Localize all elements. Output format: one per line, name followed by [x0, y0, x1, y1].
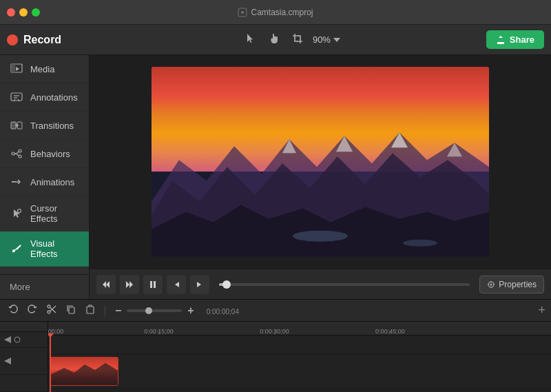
- timeline-track-area: [48, 336, 551, 392]
- timeline-main: 0:00:00;00 0:00:15;00 0:00:30;00 0:00:45…: [48, 322, 551, 392]
- sidebar-item-cursor-effects[interactable]: Cursor Effects: [0, 196, 89, 231]
- main-toolbar: Record 90%: [0, 25, 551, 55]
- cursor-effects-label: Cursor Effects: [30, 203, 79, 224]
- svg-point-34: [490, 283, 492, 285]
- fast-forward-button[interactable]: [120, 275, 139, 294]
- video-clip[interactable]: [50, 357, 118, 386]
- timeline-toolbar: − + 0:00:00;04 +: [0, 300, 551, 322]
- annotations-icon: [10, 90, 23, 104]
- video-background: [152, 67, 489, 257]
- svg-rect-44: [87, 307, 94, 313]
- svg-rect-8: [11, 122, 16, 129]
- transitions-icon: [10, 118, 23, 132]
- sidebar-item-annotations[interactable]: Annotations: [0, 83, 89, 112]
- timeline-ruler: 0:00:00;00 0:00:15;00 0:00:30;00 0:00:45…: [48, 322, 551, 336]
- add-track-button[interactable]: +: [538, 303, 545, 317]
- zoom-out-button[interactable]: −: [112, 303, 124, 318]
- transitions-label: Transitions: [30, 121, 74, 131]
- select-tool-icon[interactable]: [242, 32, 259, 48]
- track-row-2: [48, 355, 551, 389]
- svg-rect-30: [154, 281, 156, 288]
- sidebar-item-visual-effects[interactable]: Visual Effects: [0, 231, 89, 267]
- sidebar-more[interactable]: More: [0, 274, 89, 299]
- svg-point-10: [12, 152, 14, 155]
- window-controls: [7, 8, 40, 17]
- timestamp-label: 0:00:00;04: [207, 308, 239, 316]
- svg-point-13: [18, 209, 21, 213]
- cursor-effects-icon: [10, 207, 23, 220]
- preview-area: Properties: [90, 55, 551, 299]
- visual-effects-label: Visual Effects: [30, 238, 79, 259]
- next-frame-button[interactable]: [190, 275, 209, 294]
- svg-marker-47: [4, 358, 11, 364]
- close-button[interactable]: [7, 8, 15, 17]
- maximize-button[interactable]: [32, 8, 40, 17]
- svg-rect-29: [150, 281, 152, 288]
- track-row-1: [48, 336, 551, 355]
- minimize-button[interactable]: [19, 8, 28, 17]
- track-labels: [0, 322, 48, 392]
- ruler-mark-30: 0:00:30;00: [260, 328, 289, 335]
- svg-marker-25: [103, 281, 106, 288]
- properties-button[interactable]: Properties: [479, 276, 544, 293]
- track-label-2: [0, 348, 48, 375]
- progress-bar[interactable]: [219, 283, 470, 286]
- track-label-3: [0, 375, 48, 392]
- zoom-slider: − +: [112, 303, 197, 318]
- crop-tool-icon[interactable]: [289, 32, 306, 48]
- titlebar: Camtasia.cmproj: [0, 0, 551, 25]
- svg-point-20: [403, 240, 437, 247]
- hand-tool-icon[interactable]: [266, 32, 282, 48]
- playback-bar: Properties: [90, 269, 551, 299]
- timeline-cursor[interactable]: [50, 336, 51, 392]
- sidebar-item-behaviors[interactable]: Behaviors: [0, 140, 89, 168]
- sidebar-item-media[interactable]: Media: [0, 55, 89, 83]
- main-area: Media Annotations: [0, 55, 551, 299]
- svg-marker-45: [4, 336, 11, 343]
- zoom-track[interactable]: [127, 309, 182, 312]
- svg-marker-32: [197, 282, 201, 287]
- behaviors-label: Behaviors: [30, 149, 70, 159]
- timeline-tracks: 0:00:00;00 0:00:15;00 0:00:30;00 0:00:45…: [0, 322, 551, 392]
- toolbar-center: 90%: [96, 32, 486, 48]
- zoom-control[interactable]: 90%: [313, 34, 340, 45]
- preview-canvas: [90, 55, 551, 269]
- annotations-label: Annotations: [30, 92, 78, 103]
- sidebar: Media Annotations: [0, 55, 90, 299]
- paste-button[interactable]: [83, 303, 98, 318]
- clip-thumbnail: [50, 358, 118, 385]
- copy-button[interactable]: [63, 303, 79, 318]
- svg-rect-2: [295, 36, 300, 41]
- divider: [105, 305, 105, 316]
- visual-effects-icon: [10, 242, 23, 256]
- zoom-level: 90%: [313, 34, 331, 45]
- share-button[interactable]: Share: [486, 30, 544, 49]
- zoom-handle[interactable]: [145, 307, 152, 314]
- progress-handle[interactable]: [222, 280, 231, 289]
- svg-point-19: [293, 231, 348, 242]
- svg-rect-5: [11, 93, 22, 101]
- zoom-in-button[interactable]: +: [185, 303, 196, 318]
- animations-label: Animations: [30, 177, 74, 187]
- sidebar-item-animations[interactable]: Animations: [0, 168, 89, 196]
- svg-rect-4: [11, 64, 15, 72]
- sidebar-item-transitions[interactable]: Transitions: [0, 112, 89, 140]
- prev-frame-button[interactable]: [167, 275, 186, 294]
- pause-button[interactable]: [143, 275, 163, 294]
- cut-button[interactable]: [44, 303, 59, 318]
- media-label: Media: [30, 64, 54, 74]
- track-label-1: [0, 332, 48, 348]
- ruler-mark-15: 0:00:15;00: [144, 328, 174, 335]
- record-label[interactable]: Record: [23, 34, 61, 46]
- svg-rect-43: [69, 307, 74, 313]
- svg-point-40: [48, 305, 50, 308]
- svg-point-39: [48, 311, 50, 313]
- rewind-button[interactable]: [96, 275, 116, 294]
- svg-marker-31: [175, 282, 179, 287]
- undo-button[interactable]: [6, 303, 21, 318]
- svg-point-1: [241, 11, 244, 14]
- svg-marker-28: [129, 281, 133, 288]
- add-track-area: +: [538, 303, 545, 318]
- redo-button[interactable]: [25, 303, 40, 318]
- record-dot: [7, 34, 18, 45]
